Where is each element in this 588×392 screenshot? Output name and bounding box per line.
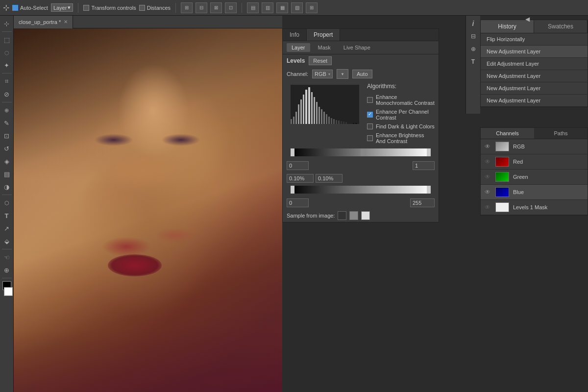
input-slider[interactable] [291,148,431,156]
marquee-tool[interactable]: ⬚ [1,34,13,46]
history-item-1[interactable]: New Adjustment Layer [481,46,588,58]
svg-rect-12 [321,109,322,124]
history-item-5[interactable]: New Adjustment Layer [481,95,588,107]
align-left-btn[interactable]: ⊞ [181,2,193,13]
highlight-handle[interactable] [427,148,431,156]
auto-select-checkbox[interactable] [12,5,18,11]
history-item-4[interactable]: New Adjustment Layer [481,82,588,95]
eraser-tool[interactable]: ◈ [1,155,13,167]
channel-value: RGB [315,71,326,77]
percent1-field[interactable] [287,174,314,183]
crop-tool[interactable]: ⌗ [1,75,13,87]
eye-icon-rgb[interactable]: 👁 [485,143,490,150]
info-icon-btn[interactable]: i [467,18,479,29]
document-tab-bar: close_up_portra * ✕ [14,16,282,28]
sample-mid-swatch[interactable] [349,211,358,220]
shape-tool[interactable]: ⬙ [1,235,13,247]
subtab-layer[interactable]: Layer [287,43,310,52]
auto-btn[interactable]: Auto [352,70,372,78]
distribute-btn5[interactable]: ⊞ [306,2,318,13]
output-shadow-handle[interactable] [291,186,294,194]
output-highlight-handle[interactable] [427,186,431,194]
algo-checkbox-3[interactable] [367,135,373,141]
eye-icon-red[interactable]: 👁 [485,158,490,165]
subtab-mask[interactable]: Mask [313,43,336,52]
distribute-btn4[interactable]: ▧ [291,2,303,13]
brush-tool[interactable]: ✎ [1,117,13,129]
reset-btn[interactable]: Reset [309,56,332,65]
channel-red[interactable]: 👁 Red [481,154,588,170]
channel-select[interactable]: RGB ▾ [312,70,333,78]
paths-tab[interactable]: Paths [534,128,588,139]
sample-highlight-swatch[interactable] [361,211,370,220]
history-item-2[interactable]: Edit Adjustment Layer [481,58,588,70]
channels-tab[interactable]: Channels [481,128,534,139]
channel-blue[interactable]: 👁 Blue [481,185,588,200]
tab-info[interactable]: Info [283,29,307,41]
channel-options-btn[interactable]: ▼ [337,69,348,79]
channel-rgb[interactable]: 👁 RGB [481,139,588,154]
distribute-btn1[interactable]: ▤ [247,2,259,13]
output-slider[interactable] [291,186,431,194]
layer-dropdown[interactable]: Layer ▾ [51,3,74,12]
align-right-btn[interactable]: ⊠ [210,2,222,13]
close-tab-btn[interactable]: ✕ [64,19,68,24]
quick-select-tool[interactable]: ✦ [1,59,13,71]
tab-properties[interactable]: Propert [307,29,340,41]
subtab-live-shape[interactable]: Live Shape [339,43,375,52]
eye-icon-green[interactable]: 👁 [485,173,490,180]
distribute-btn3[interactable]: ▦ [276,2,288,13]
zoom-tool[interactable]: ⊕ [1,264,13,276]
distribute-btn2[interactable]: ▥ [262,2,273,13]
channel-thumb-mask [495,202,509,212]
healing-tool[interactable]: ⊕ [1,104,13,116]
output-min-field[interactable] [287,198,309,207]
triangle-icon: ▼ [341,72,344,76]
shadow-handle[interactable] [291,148,294,156]
algo-checkbox-2[interactable] [367,123,373,129]
adjustment-icon-btn[interactable]: ⊕ [467,43,479,55]
channel-green[interactable]: 👁 Green [481,170,588,185]
percent2-field[interactable] [316,174,343,183]
align-center-btn[interactable]: ⊟ [196,2,207,13]
sample-shadow-swatch[interactable] [338,211,346,220]
algo-checkbox-0[interactable] [367,97,373,103]
eye-icon-mask[interactable]: 👁 [485,204,490,211]
distances-checkbox[interactable] [139,5,145,11]
algo-checkbox-1[interactable] [367,112,373,118]
swatches-tab[interactable]: Swatches [534,20,588,33]
channel-thumb-blue [495,187,509,197]
dodge-tool[interactable]: ◑ [1,181,13,193]
input-min-field[interactable] [287,161,309,170]
background-color[interactable] [4,287,13,296]
canvas-area [14,28,282,392]
panel-collapse-arrow[interactable]: ◀ [525,16,535,23]
hand-tool[interactable]: ☜ [1,251,13,263]
algo-label-1: Enhance Per Channel Contrast [376,109,435,121]
align-top-btn[interactable]: ⊡ [225,2,237,13]
svg-rect-2 [295,112,297,124]
channel-mask[interactable]: 👁 Levels 1 Mask [481,200,588,215]
type-tool[interactable]: T [1,210,13,221]
midtone-handle[interactable] [361,148,365,156]
eyedropper-tool[interactable]: ⊘ [1,88,13,100]
transform-controls-checkbox[interactable] [83,5,89,11]
output-max-field[interactable] [410,198,435,207]
pen-tool[interactable]: ⬡ [1,197,13,209]
lasso-tool[interactable]: ◌ [1,47,13,58]
gradient-tool[interactable]: ▤ [1,168,13,180]
eye-icon-blue[interactable]: 👁 [485,189,490,196]
history-item-3[interactable]: New Adjustment Layer [481,70,588,82]
move-tool[interactable]: ⊹ [1,18,13,29]
sample-row: Sample from image: [283,209,439,222]
clone-tool[interactable]: ⊡ [1,130,13,142]
channel-name-red: Red [513,159,523,165]
svg-rect-26 [355,123,357,124]
path-select-tool[interactable]: ↗ [1,222,13,234]
history-brush-tool[interactable]: ↺ [1,143,13,154]
input-max-field[interactable] [413,161,435,170]
type-icon-btn[interactable]: T [467,56,479,68]
history-item-0[interactable]: Flip Horizontally [481,33,588,46]
document-tab[interactable]: close_up_portra * ✕ [14,16,73,28]
properties-icon-btn[interactable]: ⊟ [467,30,479,42]
